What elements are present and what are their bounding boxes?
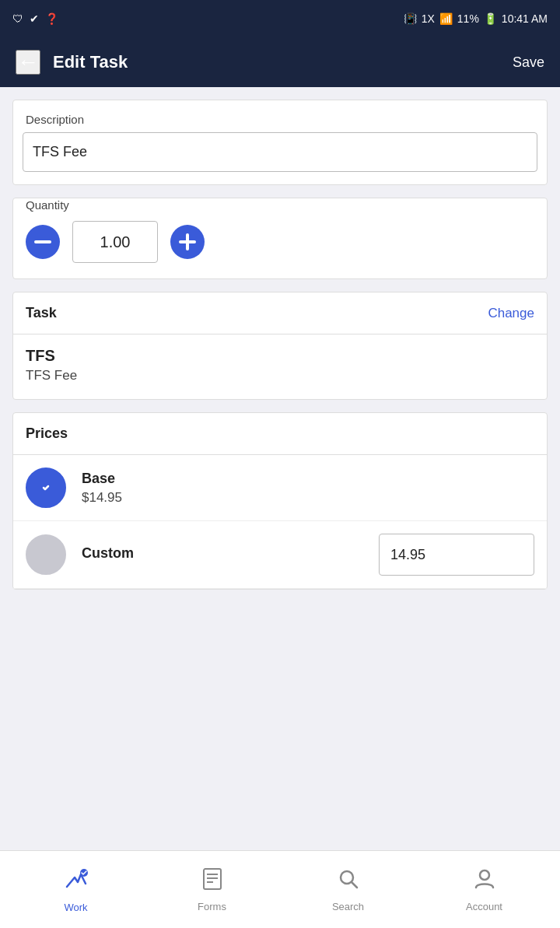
prices-header-title: Prices xyxy=(26,425,68,441)
custom-price-radio[interactable] xyxy=(26,534,66,575)
task-change-button[interactable]: Change xyxy=(488,306,534,321)
task-description: TFS Fee xyxy=(26,368,534,383)
base-price-type: Base xyxy=(82,471,534,487)
app-bar: ← Edit Task Save xyxy=(0,37,560,87)
question-icon: ❓ xyxy=(45,12,58,25)
description-card: Description xyxy=(12,100,548,185)
nav-label-search: Search xyxy=(332,901,364,912)
svg-rect-2 xyxy=(179,240,196,243)
price-row-base: Base $14.95 xyxy=(13,455,547,521)
svg-line-9 xyxy=(352,882,357,888)
task-card: Task Change TFS TFS Fee xyxy=(12,292,548,400)
task-name: TFS xyxy=(26,347,534,365)
status-bar-left: 🛡 ✔ ❓ xyxy=(12,12,58,25)
battery-percent: 11% xyxy=(457,12,479,25)
description-input[interactable] xyxy=(23,132,537,172)
account-icon xyxy=(473,867,496,896)
forms-icon xyxy=(201,867,224,896)
quantity-controls xyxy=(26,221,534,263)
custom-price-type: Custom xyxy=(82,545,363,562)
save-button[interactable]: Save xyxy=(513,54,544,71)
signal-bars-icon: 📶 xyxy=(439,12,453,25)
prices-section-header: Prices xyxy=(13,413,547,455)
task-section-header: Task Change xyxy=(13,292,547,334)
description-label: Description xyxy=(13,100,547,132)
quantity-input[interactable] xyxy=(72,221,158,263)
nav-label-account: Account xyxy=(466,901,502,912)
prices-card: Prices Base $14.95 Custom xyxy=(12,412,548,590)
svg-rect-0 xyxy=(34,240,51,243)
price-row-custom: Custom xyxy=(13,521,547,589)
signal-type: 1X xyxy=(422,12,435,25)
minus-icon xyxy=(34,240,51,243)
quantity-decrease-button[interactable] xyxy=(26,225,60,259)
page-title: Edit Task xyxy=(53,52,128,72)
quantity-increase-button[interactable] xyxy=(170,225,205,259)
base-price-info: Base $14.95 xyxy=(82,471,534,506)
work-icon xyxy=(64,867,89,897)
quantity-label: Quantity xyxy=(26,198,534,212)
vibrate-icon: 📳 xyxy=(404,12,417,25)
svg-point-10 xyxy=(480,870,489,880)
check-circle-icon xyxy=(37,478,55,497)
base-price-value: $14.95 xyxy=(82,490,534,506)
nav-item-work[interactable]: Work xyxy=(8,859,144,921)
quantity-card: Quantity xyxy=(12,198,548,279)
custom-price-info: Custom xyxy=(82,545,363,565)
nav-item-account[interactable]: Account xyxy=(416,860,552,920)
nav-label-work: Work xyxy=(64,902,87,913)
shield-icon: 🛡 xyxy=(12,12,23,25)
status-bar-right: 📳 1X 📶 11% 🔋 10:41 AM xyxy=(404,12,548,25)
check-icon: ✔ xyxy=(30,12,39,25)
nav-label-forms: Forms xyxy=(198,901,226,912)
app-bar-left: ← Edit Task xyxy=(16,50,128,75)
task-header-title: Task xyxy=(26,305,57,321)
search-icon xyxy=(337,867,360,896)
time: 10:41 AM xyxy=(502,12,548,25)
status-bar: 🛡 ✔ ❓ 📳 1X 📶 11% 🔋 10:41 AM xyxy=(0,0,560,37)
quantity-section: Quantity xyxy=(13,198,547,278)
back-button[interactable]: ← xyxy=(16,50,40,75)
nav-item-search[interactable]: Search xyxy=(280,860,416,920)
main-content: Description Quantity xyxy=(0,87,560,850)
task-detail: TFS TFS Fee xyxy=(13,334,547,399)
battery-icon: 🔋 xyxy=(484,12,497,25)
base-price-radio[interactable] xyxy=(26,468,66,508)
plus-icon xyxy=(179,233,196,250)
custom-price-input[interactable] xyxy=(379,534,534,576)
nav-item-forms[interactable]: Forms xyxy=(144,860,280,920)
bottom-nav: Work Forms Search Accou xyxy=(0,850,560,928)
